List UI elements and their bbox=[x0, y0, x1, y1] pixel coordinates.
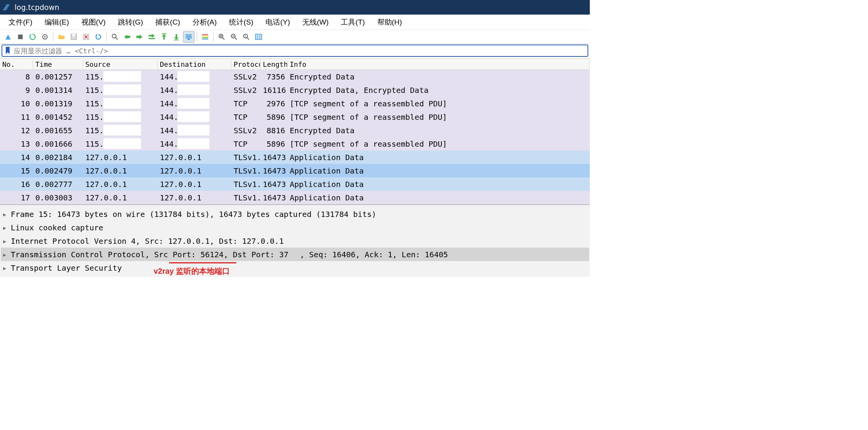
svg-rect-13 bbox=[186, 38, 192, 38]
cell-info: [TCP segment of a reassembled PDU] bbox=[287, 139, 590, 149]
svg-rect-0 bbox=[18, 35, 23, 39]
expand-arrow-icon[interactable]: ▸ bbox=[2, 223, 11, 232]
packet-row[interactable]: 140.002184127.0.0.1127.0.0.1TLSv1.216473… bbox=[0, 150, 590, 164]
cell-protocol: SSLv2 bbox=[231, 85, 261, 96]
close-file-icon[interactable] bbox=[80, 31, 92, 43]
cell-no: 14 bbox=[0, 152, 33, 163]
menu-analyze[interactable]: 分析(A) bbox=[186, 16, 223, 29]
cell-no: 9 bbox=[0, 85, 33, 96]
column-header-info[interactable]: Info bbox=[287, 60, 590, 69]
packet-row[interactable]: 90.001314115.2144.3SSLv216116Encrypted D… bbox=[0, 83, 590, 97]
packet-row[interactable]: 150.002479127.0.0.1127.0.0.1TLSv1.216473… bbox=[0, 164, 590, 177]
restart-capture-icon[interactable] bbox=[27, 31, 38, 43]
stop-capture-icon[interactable] bbox=[15, 31, 26, 43]
zoom-in-icon[interactable] bbox=[216, 31, 227, 43]
column-header-length[interactable]: Length bbox=[261, 60, 287, 69]
redaction-mask bbox=[103, 138, 141, 149]
expand-arrow-icon[interactable]: ▸ bbox=[2, 250, 11, 259]
column-header-dest[interactable]: Destination bbox=[158, 60, 231, 69]
resize-columns-icon[interactable] bbox=[253, 31, 264, 43]
filter-bookmark-icon[interactable] bbox=[2, 46, 13, 55]
menu-go[interactable]: 跳转(G) bbox=[112, 16, 149, 29]
svg-line-19 bbox=[222, 38, 224, 40]
menu-capture[interactable]: 捕获(C) bbox=[149, 16, 186, 29]
save-file-icon[interactable] bbox=[68, 31, 80, 43]
expand-arrow-icon[interactable]: ▸ bbox=[2, 237, 11, 246]
cell-source: 127.0.0.1 bbox=[83, 179, 158, 190]
redaction-mask bbox=[103, 84, 141, 95]
cell-time: 0.003003 bbox=[33, 192, 83, 203]
packet-row[interactable]: 120.001655115.2144.3SSLv28816Encrypted D… bbox=[0, 124, 590, 137]
colorize-icon[interactable] bbox=[199, 31, 211, 43]
svg-text:1: 1 bbox=[244, 35, 246, 38]
svg-rect-15 bbox=[202, 36, 208, 37]
packet-row[interactable]: 80.001257115.2144.3SSLv27356Encrypted Da… bbox=[0, 70, 590, 83]
zoom-reset-icon[interactable]: 1 bbox=[241, 31, 252, 43]
packet-row[interactable]: 160.002777127.0.0.1127.0.0.1TLSv1.216473… bbox=[0, 177, 590, 191]
wireshark-fin-icon bbox=[2, 3, 12, 12]
packet-row[interactable]: 100.001319115.2144.3TCP2976[TCP segment … bbox=[0, 97, 590, 110]
cell-time: 0.001452 bbox=[33, 112, 83, 122]
column-header-no[interactable]: No. bbox=[0, 60, 33, 69]
auto-scroll-icon[interactable] bbox=[183, 31, 194, 43]
menu-statistics[interactable]: 统计(S) bbox=[223, 16, 259, 29]
capture-options-icon[interactable] bbox=[39, 31, 51, 43]
redaction-mask bbox=[178, 71, 209, 82]
tree-linux-text: Linux cooked capture bbox=[11, 223, 103, 232]
packet-row[interactable]: 110.001452115.2144.3TCP5896[TCP segment … bbox=[0, 110, 590, 124]
tree-ip[interactable]: ▸ Internet Protocol Version 4, Src: 127.… bbox=[1, 234, 589, 248]
go-back-icon[interactable] bbox=[121, 31, 133, 43]
cell-protocol: TCP bbox=[231, 98, 261, 109]
display-filter-input[interactable] bbox=[13, 45, 588, 56]
cell-protocol: TLSv1.2 bbox=[231, 192, 261, 203]
menu-edit[interactable]: 编辑(E) bbox=[38, 16, 75, 29]
column-header-protocol[interactable]: Protocol bbox=[231, 60, 261, 69]
menu-tools[interactable]: 工具(T) bbox=[335, 16, 371, 29]
svg-line-23 bbox=[235, 38, 237, 40]
go-last-packet-icon[interactable] bbox=[171, 31, 182, 43]
cell-length: 16473 bbox=[261, 165, 287, 176]
cell-no: 10 bbox=[0, 98, 33, 109]
cell-info: Encrypted Data, Encrypted Data bbox=[287, 85, 590, 96]
menu-wireless[interactable]: 无线(W) bbox=[296, 16, 335, 29]
window-title: log.tcpdown bbox=[15, 3, 59, 12]
menu-file[interactable]: 文件(F) bbox=[2, 16, 38, 29]
go-to-packet-icon[interactable] bbox=[146, 31, 158, 43]
title-bar: log.tcpdown bbox=[0, 0, 590, 15]
tree-linux-cooked[interactable]: ▸ Linux cooked capture bbox=[1, 221, 589, 234]
cell-info: [TCP segment of a reassembled PDU] bbox=[287, 98, 590, 109]
go-forward-icon[interactable] bbox=[134, 31, 145, 43]
menu-telephony[interactable]: 电话(Y) bbox=[259, 16, 296, 29]
open-file-icon[interactable] bbox=[56, 31, 67, 43]
tree-tcp[interactable]: ▸ Transmission Control Protocol, Src Por… bbox=[1, 248, 589, 261]
cell-time: 0.001319 bbox=[33, 98, 83, 109]
display-filter-bar bbox=[0, 44, 590, 58]
packet-list[interactable]: 80.001257115.2144.3SSLv27356Encrypted Da… bbox=[0, 70, 590, 204]
zoom-out-icon[interactable] bbox=[228, 31, 240, 43]
cell-source: 127.0.0.1 bbox=[83, 165, 158, 176]
cell-info: Encrypted Data bbox=[287, 71, 590, 82]
cell-time: 0.001314 bbox=[33, 85, 83, 96]
redaction-mask bbox=[178, 98, 209, 109]
tree-tls[interactable]: ▸ Transport Layer Security bbox=[1, 261, 589, 275]
cell-destination: 127.0.0.1 bbox=[158, 165, 231, 176]
menu-view[interactable]: 视图(V) bbox=[75, 16, 112, 29]
find-packet-icon[interactable] bbox=[109, 31, 121, 43]
expand-arrow-icon[interactable]: ▸ bbox=[2, 263, 11, 273]
go-first-packet-icon[interactable] bbox=[158, 31, 170, 43]
redaction-mask bbox=[103, 98, 141, 109]
column-header-source[interactable]: Source bbox=[83, 60, 158, 69]
packet-list-header: No. Time Source Destination Protocol Len… bbox=[0, 58, 590, 70]
packet-row[interactable]: 130.001666115.2144.3TCP5896[TCP segment … bbox=[0, 137, 590, 150]
column-header-time[interactable]: Time bbox=[33, 60, 83, 69]
reload-file-icon[interactable] bbox=[93, 31, 104, 43]
tree-frame[interactable]: ▸ Frame 15: 16473 bytes on wire (131784 … bbox=[1, 207, 589, 221]
cell-protocol: TLSv1.2 bbox=[231, 152, 261, 163]
menu-help[interactable]: 帮助(H) bbox=[371, 16, 408, 29]
packet-details-pane[interactable]: ▸ Frame 15: 16473 bytes on wire (131784 … bbox=[0, 204, 590, 277]
cell-length: 16473 bbox=[261, 152, 287, 163]
expand-arrow-icon[interactable]: ▸ bbox=[2, 210, 11, 219]
packet-row[interactable]: 170.003003127.0.0.1127.0.0.1TLSv1.216473… bbox=[0, 191, 590, 204]
start-capture-icon[interactable] bbox=[2, 31, 14, 43]
cell-length: 5896 bbox=[261, 139, 287, 149]
